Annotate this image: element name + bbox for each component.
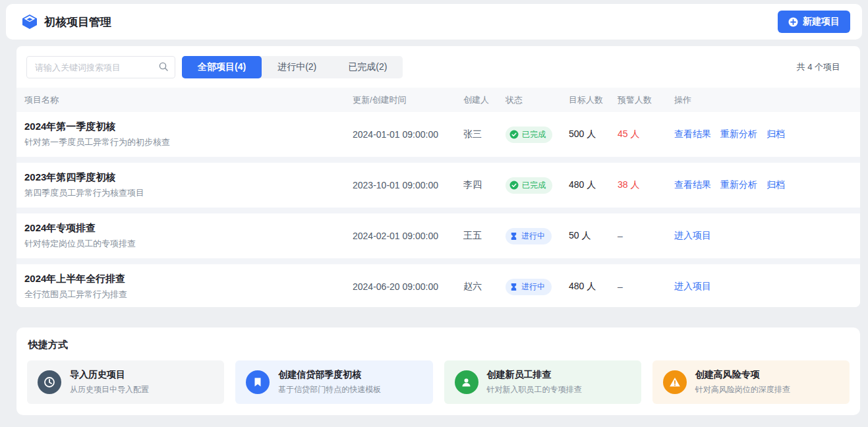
quick-new-employee-card[interactable]: 创建新员工排查 针对新入职员工的专项排查 <box>444 360 641 404</box>
target-count: 500 人 <box>569 128 618 140</box>
project-list-card: 全部项目(4) 进行中(2) 已完成(2) 共 4 个项目 项目名称 更新/创建… <box>16 46 860 307</box>
quick-import-history-card[interactable]: 导入历史项目 从历史项目中导入配置 <box>27 360 224 404</box>
row-divider <box>16 208 860 214</box>
tab-all-projects[interactable]: 全部项目(4) <box>182 56 262 78</box>
tab-in-progress[interactable]: 进行中(2) <box>262 56 332 78</box>
new-project-button[interactable]: 新建项目 <box>778 11 850 33</box>
project-count-text: 共 4 个项目 <box>797 61 850 73</box>
table-row: 2024年第一季度初核 针对第一季度员工异常行为的初步核查 2024-01-01… <box>16 112 860 157</box>
quick-card-desc: 针对高风险岗位的深度排查 <box>695 384 790 395</box>
target-count: 480 人 <box>569 281 618 293</box>
project-name: 2024年专项排查 <box>24 222 353 235</box>
warning-triangle-icon <box>663 370 687 394</box>
enter-project-link[interactable]: 进入项目 <box>674 230 711 242</box>
quick-actions-title: 快捷方式 <box>27 339 850 351</box>
project-description: 针对特定岗位员工的专项排查 <box>24 238 353 250</box>
status-label: 已完成 <box>522 180 546 191</box>
col-update-time: 更新/创建时间 <box>353 94 463 106</box>
quick-card-title: 创建高风险专项 <box>695 369 790 381</box>
page-header: 初核项目管理 新建项目 <box>6 4 862 40</box>
quick-actions-card: 快捷方式 导入历史项目 从历史项目中导入配置 创建信贷部季度初核 <box>16 327 860 415</box>
quick-card-title: 创建信贷部季度初核 <box>278 369 381 381</box>
page-title: 初核项目管理 <box>44 14 111 30</box>
col-warning-count: 预警人数 <box>618 94 674 106</box>
quick-card-title: 导入历史项目 <box>70 369 149 381</box>
col-creator: 创建人 <box>463 94 506 106</box>
project-creator: 张三 <box>463 128 506 140</box>
table-row: 2024年专项排查 针对特定岗位员工的专项排查 2024-02-01 09:00… <box>16 214 860 258</box>
quick-card-title: 创建新员工排查 <box>487 369 582 381</box>
project-creator: 王五 <box>463 230 506 242</box>
project-creator: 赵六 <box>463 281 506 293</box>
col-actions: 操作 <box>674 94 852 106</box>
archive-link[interactable]: 归档 <box>767 179 785 191</box>
project-time: 2024-01-01 09:00:00 <box>353 129 463 140</box>
project-creator: 李四 <box>463 179 506 191</box>
project-description: 针对第一季度员工异常行为的初步核查 <box>24 136 353 148</box>
person-icon <box>455 370 478 394</box>
check-circle-icon <box>509 181 519 190</box>
project-name: 2024年上半年全行排查 <box>24 273 353 285</box>
quick-card-desc: 基于信贷部门特点的快速模板 <box>278 384 381 395</box>
row-divider <box>16 157 860 163</box>
target-count: 50 人 <box>569 230 618 242</box>
warning-count: 45 人 <box>618 128 674 140</box>
plus-circle-icon <box>788 17 798 27</box>
status-badge: 已完成 <box>506 177 552 194</box>
row-divider <box>16 258 860 264</box>
project-time: 2024-02-01 09:00:00 <box>353 231 463 241</box>
status-badge: 进行中 <box>506 279 552 295</box>
archive-link[interactable]: 归档 <box>767 128 785 140</box>
tab-completed[interactable]: 已完成(2) <box>332 56 403 78</box>
quick-card-desc: 针对新入职员工的专项排查 <box>487 384 582 395</box>
col-project-name: 项目名称 <box>24 94 353 106</box>
project-time: 2023-10-01 09:00:00 <box>353 180 463 190</box>
new-project-label: 新建项目 <box>803 16 840 28</box>
quick-high-risk-card[interactable]: 创建高风险专项 针对高风险岗位的深度排查 <box>652 360 850 404</box>
view-results-link[interactable]: 查看结果 <box>674 179 711 191</box>
project-time: 2024-06-20 09:00:00 <box>353 281 463 292</box>
view-results-link[interactable]: 查看结果 <box>674 128 711 140</box>
check-circle-icon <box>509 130 519 139</box>
table-header: 项目名称 更新/创建时间 创建人 状态 目标人数 预警人数 操作 <box>16 88 860 112</box>
status-label: 进行中 <box>521 281 545 293</box>
search-icon[interactable] <box>158 61 169 74</box>
toolbar: 全部项目(4) 进行中(2) 已完成(2) 共 4 个项目 <box>16 46 860 88</box>
table-row: 2024年上半年全行排查 全行范围员工异常行为排查 2024-06-20 09:… <box>16 264 860 307</box>
quick-credit-template-card[interactable]: 创建信贷部季度初核 基于信贷部门特点的快速模板 <box>235 360 432 404</box>
project-description: 全行范围员工异常行为排查 <box>24 289 353 300</box>
project-name: 2023年第四季度初核 <box>24 171 353 184</box>
warning-count: – <box>618 231 674 241</box>
cube-icon <box>22 14 38 30</box>
reanalyze-link[interactable]: 重新分析 <box>720 128 757 140</box>
col-status: 状态 <box>506 94 569 106</box>
target-count: 480 人 <box>569 179 618 191</box>
quick-card-desc: 从历史项目中导入配置 <box>70 384 149 395</box>
bookmark-icon <box>246 370 270 394</box>
col-target-count: 目标人数 <box>569 94 618 106</box>
status-badge: 进行中 <box>506 228 552 244</box>
status-label: 进行中 <box>521 231 545 242</box>
status-label: 已完成 <box>522 129 546 140</box>
reanalyze-link[interactable]: 重新分析 <box>720 179 757 191</box>
search-input[interactable] <box>26 56 175 78</box>
clock-icon <box>38 370 61 394</box>
hourglass-icon <box>509 283 518 291</box>
table-row: 2023年第四季度初核 第四季度员工异常行为核查项目 2023-10-01 09… <box>16 163 860 208</box>
search-box <box>26 56 175 78</box>
project-description: 第四季度员工异常行为核查项目 <box>24 187 353 199</box>
status-badge: 已完成 <box>506 127 552 143</box>
hourglass-icon <box>509 232 518 241</box>
warning-count: 38 人 <box>618 179 674 191</box>
project-name: 2024年第一季度初核 <box>24 121 353 133</box>
enter-project-link[interactable]: 进入项目 <box>674 281 711 293</box>
filter-tabs: 全部项目(4) 进行中(2) 已完成(2) <box>182 56 403 78</box>
warning-count: – <box>618 281 674 292</box>
